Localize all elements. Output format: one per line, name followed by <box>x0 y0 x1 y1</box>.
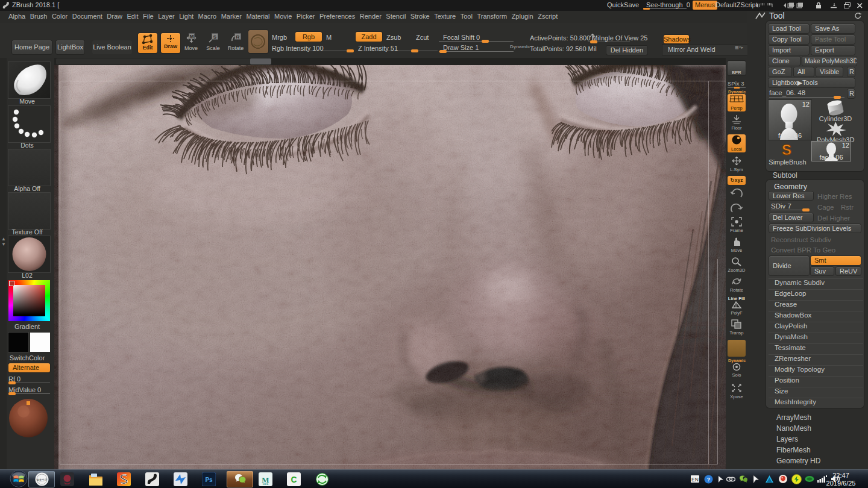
svg-text:C: C <box>291 475 297 484</box>
svg-text:Ps: Ps <box>205 477 213 483</box>
svg-text:M: M <box>189 34 193 39</box>
svg-text:MAYA: MAYA <box>263 483 269 486</box>
svg-text:?: ? <box>707 477 711 483</box>
svg-text:S: S <box>782 143 791 157</box>
svg-text:创意生活: 创意生活 <box>37 478 48 481</box>
svg-text:EN: EN <box>691 477 699 483</box>
svg-text:S: S <box>213 34 217 40</box>
svg-text:R: R <box>236 34 240 40</box>
